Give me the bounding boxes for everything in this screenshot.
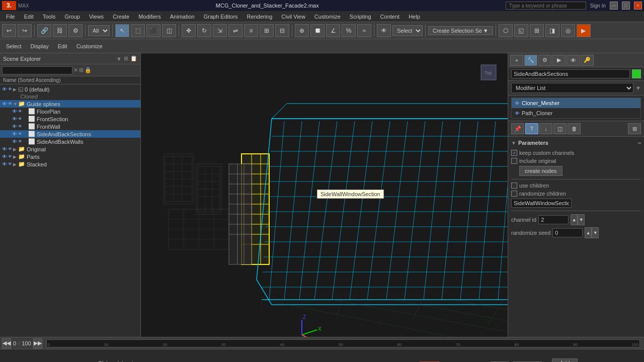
view-cube-button[interactable]: ⬡: [499, 24, 513, 37]
scene-search[interactable]: [2, 66, 72, 74]
tab-utilities[interactable]: 🔑: [581, 55, 594, 66]
show-end-result-btn[interactable]: ↓: [539, 123, 552, 134]
select-button[interactable]: ↖: [115, 24, 129, 37]
isolate-button[interactable]: ◎: [561, 24, 575, 37]
expand-arrow-default[interactable]: ▶: [13, 87, 18, 92]
timeline-slider[interactable]: 0 10 20 30 40 50 60 70 80 90 100: [46, 339, 640, 347]
menu-item-create[interactable]: Create: [109, 13, 133, 21]
remove-modifier-btn[interactable]: 🗑: [568, 123, 581, 134]
layer-button[interactable]: ◱: [514, 24, 528, 37]
close-button[interactable]: ✕: [634, 2, 642, 10]
modifier-list-arrow[interactable]: ▼: [635, 85, 641, 91]
select-region3-button[interactable]: ◫: [162, 24, 176, 37]
link-button[interactable]: 🔗: [37, 24, 51, 37]
spacing-button[interactable]: ⊞: [260, 24, 274, 37]
menu-item-edit[interactable]: Edit: [20, 13, 38, 21]
redo-button[interactable]: ↪: [18, 24, 32, 37]
tab-display[interactable]: Display: [27, 42, 53, 50]
menu-item-views[interactable]: Views: [85, 13, 108, 21]
prev-frame-btn[interactable]: ◀◀: [2, 338, 11, 348]
configure-modifier-btn[interactable]: ⊞: [628, 123, 641, 134]
channel-id-input[interactable]: [538, 215, 569, 224]
nav-cube[interactable]: Top: [473, 57, 504, 87]
viewport-dropdown[interactable]: Select: [392, 25, 423, 36]
tab-customize[interactable]: Customize: [72, 42, 107, 50]
viewport[interactable]: [+] [ Perspective ] [ Performance ] [ Hi…: [141, 53, 508, 337]
minimize-button[interactable]: —: [610, 2, 618, 10]
randomize-children-checkbox[interactable]: [511, 191, 517, 197]
tab-select[interactable]: Select: [2, 42, 26, 50]
tab-motion[interactable]: ▶: [552, 55, 566, 66]
tree-item-original[interactable]: 👁 👁 ▶ 📁 Original: [0, 145, 140, 153]
params-pin[interactable]: ━: [638, 140, 641, 146]
expand-arrow-guide[interactable]: ▼: [13, 102, 18, 107]
tree-item-default[interactable]: 👁 👁 ▶ ◱ 0 (default): [0, 85, 140, 93]
tree-item-sidebacksections[interactable]: 👁 👁 ⬜ SideAndBackSections: [0, 130, 140, 138]
lock-search-btn[interactable]: 🔒: [85, 67, 92, 73]
expand-arrow-orig[interactable]: ▶: [13, 147, 18, 152]
menu-item-file[interactable]: File: [2, 13, 19, 21]
tree-item-guide-splines[interactable]: 👁 👁 ▼ 📁 Guide splines: [0, 100, 140, 108]
scale-button[interactable]: ⇲: [213, 24, 227, 37]
channel-id-down[interactable]: ▼: [578, 214, 585, 225]
clear-search-btn[interactable]: ✕: [73, 67, 78, 73]
object-name-input[interactable]: [511, 69, 630, 78]
include-original-checkbox[interactable]: [511, 158, 517, 164]
next-frame-btn[interactable]: ▶▶: [33, 338, 42, 348]
params-expand-arrow[interactable]: ▼: [511, 140, 516, 146]
tab-display2[interactable]: 👁: [567, 55, 580, 66]
render-button[interactable]: ▶: [577, 24, 591, 37]
pivot-button[interactable]: ⊕: [295, 24, 309, 37]
sign-in-btn[interactable]: Sign In: [590, 3, 606, 9]
create-selection-btn[interactable]: Create Selection Se▼: [428, 26, 493, 35]
select-region-button[interactable]: ⬚: [131, 24, 145, 37]
menu-item-graph-editors[interactable]: Graph Editors: [200, 13, 242, 21]
menu-item-civil-view[interactable]: Civil View: [277, 13, 309, 21]
move-button[interactable]: ✥: [182, 24, 196, 37]
scene-explorer-icon1[interactable]: ⊞: [124, 55, 128, 62]
menu-item-group[interactable]: Group: [60, 13, 84, 21]
randomize-seed-up[interactable]: ▲: [585, 227, 592, 238]
tab-modify[interactable]: 🔧: [524, 55, 537, 66]
tree-item-parts[interactable]: 👁 👁 ▶ 📁 Parts: [0, 153, 140, 160]
select-region2-button[interactable]: ⬛: [146, 24, 160, 37]
tab-edit[interactable]: Edit: [54, 42, 71, 50]
scene-explorer-icon2[interactable]: 📋: [130, 55, 137, 62]
node-input[interactable]: [511, 199, 572, 208]
tree-item-stacked[interactable]: 👁 👁 ▶ 📁 Stacked: [0, 160, 140, 168]
modifier-path-cloner[interactable]: 👁 Path_Cloner: [512, 108, 640, 118]
tab-hierarchy[interactable]: ⚙: [538, 55, 551, 66]
tree-item-frontwall[interactable]: 👁 👁 ⬜ FrontWall: [0, 123, 140, 130]
viewport-canvas[interactable]: X Y Z Z X: [141, 53, 508, 337]
menu-item-help[interactable]: Help: [405, 13, 424, 21]
use-children-checkbox[interactable]: [511, 183, 517, 189]
add-time-tag-bar-btn[interactable]: Add Time Tag: [552, 358, 578, 363]
search-input[interactable]: [506, 2, 586, 10]
display-button[interactable]: ◨: [545, 24, 559, 37]
tab-create[interactable]: +: [510, 55, 523, 66]
align-button[interactable]: ≡: [244, 24, 258, 37]
mirror-button[interactable]: ⇌: [228, 24, 243, 37]
menu-item-modifiers[interactable]: Modifiers: [134, 13, 165, 21]
angle-snap-button[interactable]: ∠: [326, 24, 340, 37]
spinner-snap-button[interactable]: ≈: [357, 24, 371, 37]
menu-item-animation[interactable]: Animation: [166, 13, 199, 21]
array-button[interactable]: ⊟: [275, 24, 289, 37]
show-result-btn[interactable]: T: [525, 123, 538, 134]
hierarchy-button[interactable]: ⚙: [68, 24, 83, 37]
modifier-cloner-mesher[interactable]: 👁 Cloner_Mesher: [512, 98, 640, 108]
pin-stack-btn[interactable]: 📌: [511, 123, 524, 134]
grid-button[interactable]: ⊞: [530, 24, 544, 37]
expand-arrow-parts[interactable]: ▶: [13, 154, 18, 159]
make-unique-btn[interactable]: ◫: [553, 123, 567, 134]
modifier-list-dropdown[interactable]: Modifier List: [511, 83, 633, 93]
randomize-seed-down[interactable]: ▼: [592, 227, 599, 238]
menu-item-customize[interactable]: Customize: [310, 13, 345, 21]
randomize-seed-input[interactable]: [552, 228, 583, 237]
filter-dropdown[interactable]: All: [88, 25, 110, 36]
filter-search-btn[interactable]: ⊞: [79, 67, 84, 73]
menu-item-scripting[interactable]: Scripting: [346, 13, 375, 21]
undo-button[interactable]: ↩: [2, 24, 16, 37]
tree-item-sidebackwalls[interactable]: 👁 👁 ⬜ SideAndBackWalls: [0, 138, 140, 145]
percent-snap-button[interactable]: %: [342, 24, 356, 37]
